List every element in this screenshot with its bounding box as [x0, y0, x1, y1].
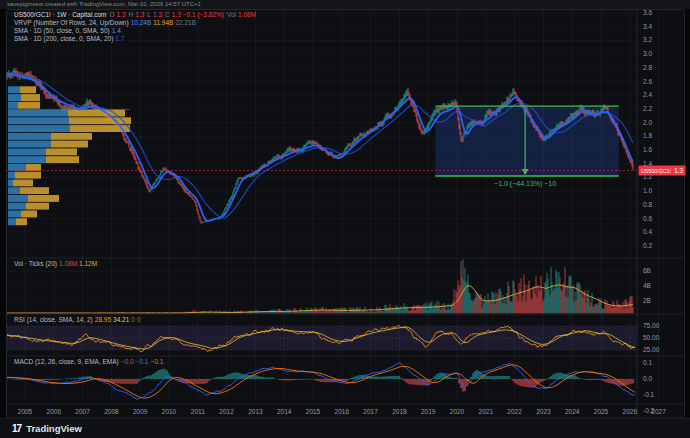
rsi-legend[interactable]: RSI (14, close, SMA, 14, 2)28.9534.2100	[14, 316, 141, 324]
rsi-value: 28.95	[95, 316, 111, 323]
year-tick-label: 2015	[306, 408, 321, 415]
price-tick-label: 3.2	[643, 36, 652, 43]
volume-tick-label: 6B	[643, 267, 651, 274]
year-tick-label: 2018	[392, 408, 407, 415]
macd-legend[interactable]: MACD (12, 26, close, 9, EMA, EMA)−0.0−0.…	[14, 358, 163, 366]
year-tick-label: 2014	[277, 408, 292, 415]
rsi-aux2: 0	[137, 316, 141, 323]
tradingview-snapshot: savepiginvest created with TradingView.c…	[0, 0, 690, 438]
year-tick-label: 2024	[565, 408, 580, 415]
year-tick-label: 2011	[191, 408, 205, 415]
year-tick-label: 2020	[450, 408, 465, 415]
year-tick-label: 2025	[594, 408, 609, 415]
high-label: H	[129, 11, 134, 18]
year-tick-label: 2007	[75, 408, 90, 415]
profile-up-bar	[8, 203, 26, 210]
rsi-title[interactable]: RSI (14, close, SMA, 14, 2)	[14, 316, 93, 323]
rsi-aux1: 0	[131, 316, 135, 323]
price-tick-label: 3.4	[643, 23, 652, 30]
vrvp-up-volume: 10.24B	[131, 19, 152, 26]
price-tick-label: 0.8	[643, 201, 652, 208]
profile-down-bar	[13, 180, 33, 187]
profile-up-bar	[8, 102, 18, 109]
volume-value: 1.08M	[238, 11, 256, 18]
sma200-title[interactable]: SMA · 1D (200, close, 0, SMA, 20)	[14, 35, 113, 42]
volume-tick-label: 4B	[643, 282, 651, 289]
tradingview-logo-icon[interactable]: 17	[12, 423, 21, 434]
rsi-sma-value: 34.21	[113, 316, 129, 323]
profile-up-bar	[8, 195, 28, 202]
profile-up-bar	[8, 125, 70, 132]
profile-up-bar	[8, 180, 13, 187]
profile-up-bar	[8, 156, 46, 163]
close-value: 1.3	[172, 11, 181, 18]
price-tick-label: 3.0	[643, 50, 652, 57]
macd-line-value: −0.1	[136, 358, 149, 365]
profile-down-bar	[46, 156, 79, 163]
macd-title[interactable]: MACD (12, 26, close, 9, EMA, EMA)	[14, 358, 119, 365]
profile-down-bar	[28, 195, 59, 202]
volume-legend[interactable]: Vol · Ticks (20)1.08M1.12M	[14, 260, 97, 268]
profile-down-bar	[15, 172, 41, 179]
price-tick-label: 2.2	[643, 105, 652, 112]
profile-down-bar	[16, 218, 27, 225]
profile-down-bar	[18, 102, 40, 109]
vrvp-legend-row[interactable]: VRVP (Number Of Rows, 24, Up/Down)10.24B…	[14, 19, 256, 27]
price-tick-label: 1.6	[643, 146, 652, 153]
year-tick-label: 2023	[536, 408, 551, 415]
profile-down-bar	[20, 86, 36, 93]
profile-up-bar	[8, 86, 20, 93]
sma50-value: 1.4	[112, 27, 121, 34]
profile-up-bar	[8, 218, 16, 225]
profile-up-bar	[8, 133, 51, 140]
tradingview-brand[interactable]: TradingView	[26, 423, 82, 434]
main-legend: US500/GC1! · 1W · Capital.comO1.3H1.3L1.…	[14, 11, 256, 43]
profile-up-bar	[8, 164, 26, 171]
macd-tick-label: -0.1	[643, 391, 655, 398]
year-tick-label: 2008	[104, 408, 119, 415]
year-tick-label: 2010	[162, 408, 177, 415]
rsi-tick-label: 25.00	[643, 346, 660, 353]
bottom-toolbar: 17 TradingView	[0, 418, 690, 438]
macd-tick-label: 0.1	[643, 359, 652, 366]
volume-tick-label: 2B	[643, 297, 651, 304]
price-tick-label: 1.8	[643, 132, 652, 139]
vrvp-title[interactable]: VRVP (Number Of Rows, 24, Up/Down)	[14, 19, 129, 26]
price-tick-label: 2.0	[643, 119, 652, 126]
sma50-legend-row[interactable]: SMA · 1D (50, close, 0, SMA, 50)1.4	[14, 27, 256, 35]
year-tick-label: 2022	[507, 408, 522, 415]
year-tick-label: 2006	[47, 408, 62, 415]
profile-up-bar	[8, 94, 21, 101]
low-label: L	[147, 11, 151, 18]
year-tick-label: 2013	[248, 408, 263, 415]
volume-ma-value: 1.12M	[79, 260, 97, 267]
measure-label: −1.0 (−44.13%) −10	[494, 180, 556, 188]
year-tick-label: 2026	[623, 408, 638, 415]
profile-down-bar	[26, 203, 49, 210]
profile-down-bar	[51, 141, 88, 148]
volume-indicator-title[interactable]: Vol · Ticks (20)	[14, 260, 57, 267]
open-label: O	[109, 11, 114, 18]
symbol-title[interactable]: US500/GC1! · 1W · Capital.com	[14, 11, 106, 18]
profile-down-bar	[20, 187, 49, 194]
low-value: 1.3	[153, 11, 162, 18]
price-label-symbol: US500/GC1!	[641, 168, 671, 174]
symbol-legend-row[interactable]: US500/GC1! · 1W · Capital.comO1.3H1.3L1.…	[14, 11, 256, 19]
year-tick-label: 2012	[219, 408, 234, 415]
profile-down-bar	[51, 133, 92, 140]
price-tick-label: 0.2	[643, 242, 652, 249]
sma50-title[interactable]: SMA · 1D (50, close, 0, SMA, 50)	[14, 27, 110, 34]
vrvp-total-volume: 22.21B	[175, 19, 196, 26]
chart-canvas[interactable]: −1.0 (−44.13%) −103.63.43.23.02.82.62.42…	[0, 0, 690, 418]
year-tick-label: 2017	[363, 408, 378, 415]
macd-hist-value: −0.0	[121, 358, 134, 365]
price-tick-label: 2.4	[643, 91, 652, 98]
year-tick-label: 2027	[651, 408, 666, 415]
sma200-legend-row[interactable]: SMA · 1D (200, close, 0, SMA, 20)1.7	[14, 35, 256, 43]
profile-down-bar	[69, 117, 131, 124]
chart-frame	[7, 10, 685, 419]
volume-label: Vol	[227, 11, 236, 18]
profile-down-bar	[21, 211, 37, 218]
profile-down-bar	[46, 148, 77, 155]
price-tick-label: 0.4	[643, 228, 652, 235]
